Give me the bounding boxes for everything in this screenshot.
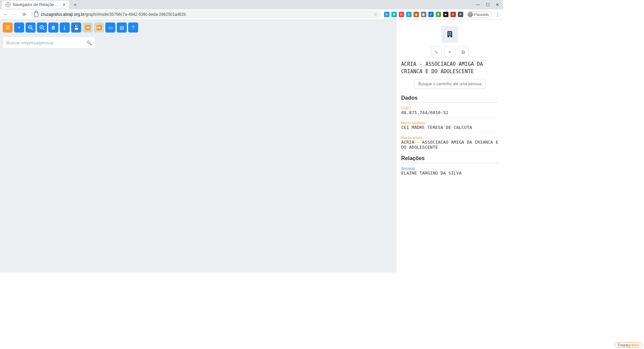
razao-label: Razão social <box>401 136 498 140</box>
lock-icon <box>34 12 38 17</box>
url-text: cruzagrafos.abraji.org.br/graph/#node/35… <box>41 12 186 17</box>
extension-icon[interactable]: N <box>384 12 389 17</box>
tab-title: Navegador de Relações | CruzaG <box>13 2 60 7</box>
cnpj-label: CNPJ <box>401 106 498 110</box>
relation-type-label: Sócio(a) <box>401 166 498 170</box>
extension-icon[interactable]: S <box>406 12 412 17</box>
globe-icon <box>5 2 11 7</box>
details-panel: ⤡ ＋ ⧉ ACRIA - ASSOCIACAO AMIGA DA CRIANC… <box>396 20 503 272</box>
profile-chip[interactable]: Pausada <box>467 11 492 18</box>
help-button[interactable]: ? <box>128 22 138 33</box>
bookmark-star-icon[interactable]: ☆ <box>374 12 377 17</box>
avatar-icon <box>468 12 473 17</box>
fit-view-button[interactable]: ▭ <box>105 22 115 33</box>
graph-canvas[interactable]: ☰ ＋ 🗑 ⭳ 💾 ⏪ ⏩ ▭ ▤ ? Buscar empresa/pesso… <box>0 20 396 272</box>
razao-value: ACRIA - ASSOCIACAO AMIGA DA CRIANCA E DO… <box>401 140 498 150</box>
relation-value[interactable]: ELAINE TARGINO DA SILVA <box>401 170 498 176</box>
extensions-tray: N ✱ O S ◉ ▣ ✔ ⬍ ■ 2 ✦ <box>384 12 463 17</box>
expand-node-button[interactable]: ＋ <box>444 47 455 57</box>
extension-icon[interactable]: ⬍ <box>436 12 441 17</box>
find-path-button[interactable]: Busque o caminho até uma pessoa <box>414 79 486 89</box>
browser-menu-icon[interactable]: ⋮ <box>495 11 500 18</box>
extension-icon[interactable]: 2 <box>450 12 456 17</box>
close-tab-icon[interactable]: ✕ <box>62 2 66 7</box>
maximize-window-icon[interactable]: ☐ <box>486 2 490 7</box>
browser-tabstrip: Navegador de Relações | CruzaG ✕ ＋ — ☐ ✕ <box>0 0 503 9</box>
browser-toolbar: ← → ⟳ cruzagrafos.abraji.org.br/graph/#n… <box>0 9 503 20</box>
entity-title: ACRIA - ASSOCIACAO AMIGA DA CRIANCA E DO… <box>401 61 498 76</box>
browser-tab[interactable]: Navegador de Relações | CruzaG ✕ <box>2 1 69 9</box>
extensions-menu-icon[interactable]: ✦ <box>458 12 463 17</box>
section-header-relations: Relações <box>401 155 498 163</box>
collapse-node-button[interactable]: ⤡ <box>431 47 442 57</box>
extension-icon[interactable]: ✱ <box>391 12 397 17</box>
address-bar[interactable]: cruzagrafos.abraji.org.br/graph/#node/35… <box>31 10 381 18</box>
extension-icon[interactable]: ■ <box>443 12 448 17</box>
new-tab-button[interactable]: ＋ <box>71 1 79 8</box>
entity-type-icon <box>441 26 458 43</box>
reload-icon[interactable]: ⟳ <box>21 12 28 17</box>
close-window-icon[interactable]: ✕ <box>496 2 499 7</box>
extension-icon[interactable]: ▣ <box>421 12 426 17</box>
cnpj-value: 08.875.744/0010-52 <box>401 110 498 115</box>
forward-icon: → <box>12 12 18 17</box>
svg-rect-22 <box>449 36 450 37</box>
back-icon[interactable]: ← <box>3 12 9 17</box>
extension-icon[interactable]: O <box>399 12 404 17</box>
minimize-window-icon[interactable]: — <box>476 2 480 7</box>
svg-rect-18 <box>448 32 449 33</box>
extension-icon[interactable]: ◉ <box>414 12 419 17</box>
brand-badge[interactable]: Cruzagrafos <box>615 342 642 348</box>
section-header-data: Dados <box>401 95 498 103</box>
copy-node-button[interactable]: ⧉ <box>458 47 469 57</box>
graph-svg: Sócio(a) ELAINE TARGINO DA SILVA <box>0 20 101 70</box>
svg-rect-21 <box>450 34 451 35</box>
fantasia-value: CEI MADRE TERESA DE CALCUTA <box>401 125 498 130</box>
list-button[interactable]: ▤ <box>117 22 127 33</box>
svg-rect-20 <box>448 34 449 35</box>
svg-rect-19 <box>450 32 451 33</box>
fantasia-label: Nome fantasia <box>401 121 498 125</box>
extension-icon[interactable]: ✔ <box>428 12 434 17</box>
